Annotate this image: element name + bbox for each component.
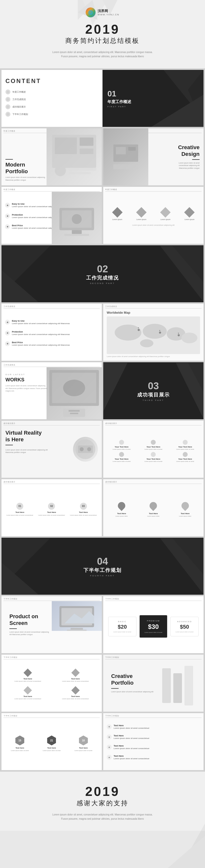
work-icon-3: ◉	[5, 341, 10, 346]
svg-rect-18	[113, 164, 138, 169]
proj-item-1: Your Text Here Lorem ipsum dolor sit ame…	[107, 440, 136, 450]
svg-marker-27	[1, 270, 38, 302]
pl-title-3: Text Here	[114, 745, 149, 747]
price-premium-label: PREMIUM	[147, 620, 160, 622]
content-item-label-3: 成功项目展示	[12, 105, 26, 108]
slide-project-info: 成功项目展示 Your Text Here Lorem ipsum dolor …	[103, 421, 204, 478]
balloon-shape-3	[180, 500, 191, 511]
proj-circle-3	[183, 440, 188, 445]
hex-shape-1: 15	[15, 736, 24, 745]
hex-3: 10 Text here Lorem ipsum dolor sit amet	[69, 736, 98, 751]
hex-title-2: Text here	[47, 747, 56, 749]
slide-content-inner: CONTENT ◯ 年度工作概述 ◯ 工作完成情况 ◯ 成功项目展示	[1, 70, 204, 127]
pl-desc-1: Lorem ipsum dolor sit amet consectetuer	[114, 727, 149, 730]
proj-title-2: Your Text Here	[146, 446, 161, 448]
hex-num-1: 15	[19, 739, 21, 742]
slide-label-cp: 下半年工作规划	[105, 656, 202, 659]
content-right-triangles	[102, 70, 204, 127]
content-dot-1: ◯	[5, 89, 10, 94]
price-basic: BASIC $20 Lorem ipsum dolor sit amet	[108, 617, 136, 636]
slide-shapes: 年度工作概述 Lorem ipsum Lorem ipsum Lorem ips…	[103, 187, 204, 244]
svg-marker-53	[172, 538, 204, 575]
steps-photo	[52, 192, 102, 244]
balloon-1: Text Here Lorem ipsum dolor	[107, 502, 136, 517]
hex-desc-2: Lorem ipsum dolor sit amet	[43, 750, 60, 751]
work-step-1: ◉ Easy to Use Lorem ipsum dolor sit amet…	[5, 320, 98, 325]
hex-title-3: Text here	[79, 747, 88, 749]
content-item-4: ◯ 下半年工作规划	[5, 112, 99, 117]
hex-cols: 15 Text here Lorem ipsum dolor sit amet …	[1, 713, 102, 770]
creative-text: CreativeDesign Lorem ipsum dolor sit ame…	[147, 144, 200, 169]
work-step-text-2: Protection Lorem ipsum dolor sit amet co…	[12, 331, 70, 336]
svg-point-34	[159, 332, 161, 334]
price-basic-num: $20	[117, 624, 127, 630]
creative-photo	[103, 128, 148, 185]
diamond-desc-1: Lorem ipsum dolor sit amet consectetuer	[14, 680, 41, 682]
worldmap-title: Worldwide Map	[107, 311, 200, 314]
slide-label-hex: 下半年工作规划	[3, 715, 100, 718]
pl-icon-1: ◈	[107, 724, 112, 729]
content-item-3: ◯ 成功项目展示	[5, 104, 99, 109]
slide-pricing: 下半年工作规划 BASIC $20 Lorem ipsum dolor sit …	[103, 596, 204, 653]
shape-item-1: Lorem ipsum	[112, 209, 122, 220]
slide-section3-dark: 03 成功项目展示 THIRD PART	[103, 362, 204, 419]
price-premium-desc: Lorem ipsum dolor sit amet	[144, 631, 162, 633]
latest-photo	[46, 367, 102, 419]
pl-icon-2: ◈	[107, 735, 112, 739]
work-desc-3: Lorem ipsum dolor sit amet consectetuer …	[12, 344, 70, 346]
proj-item-6: Your Text Here Lorem ipsum dolor sit ame…	[170, 452, 200, 462]
ach-desc-3: Lorem ipsum dolor sit amet consectetuer	[70, 514, 97, 516]
slide-label-diamonds: 下半年工作规划	[3, 656, 100, 659]
work-step-text-3: Best Price Lorem ipsum dolor sit amet co…	[12, 341, 70, 346]
content-dot-2: ◯	[5, 97, 10, 102]
worldmap-desc: Lorem ipsum dolor sit amet consectetuer …	[107, 355, 200, 357]
section3-sub: THIRD PART	[143, 399, 164, 401]
balloon-3: Text Here Lorem ipsum dolor	[170, 502, 200, 517]
shape-label-3: Lorem ipsum	[161, 219, 170, 220]
footer-section: 2019 感谢大家的支持 Lorem ipsum dolor sit amet,…	[0, 772, 205, 831]
diamond-item-3: Text here Lorem ipsum dolor sit amet con…	[5, 686, 51, 702]
cp-content: CreativePortfolio Lorem ipsum dolor sit …	[107, 667, 160, 700]
logo-sub-text: WWW.YANJ.CN	[98, 13, 119, 16]
product-content: Product onScreen Lorem ipsum dolor sit a…	[5, 607, 54, 642]
pl-icon-3: ◈	[107, 745, 112, 749]
slide-vr: 成功项目展示 Virtual Realityis Here Lorem ipsu…	[1, 421, 102, 478]
price-premium-num: $30	[148, 623, 159, 631]
ach-cols: 01 Text Here Lorem ipsum dolor sit amet …	[1, 479, 102, 536]
proj-desc-5: Lorem ipsum dolor sit amet	[144, 461, 162, 462]
slide-work-info: 工作完成情况 ◉ Easy to Use Lorem ipsum dolor s…	[1, 304, 102, 361]
svg-marker-26	[1, 246, 50, 294]
step-icon-1: ◉	[5, 203, 10, 208]
footer-title: 感谢大家的支持	[20, 799, 185, 808]
balloon-desc-1: Lorem ipsum dolor	[115, 516, 128, 517]
proj-item-3: Your Text Here Lorem ipsum dolor sit ame…	[170, 440, 200, 450]
shape-label-2: Lorem ipsum	[136, 219, 146, 220]
work-steps: ◉ Easy to Use Lorem ipsum dolor sit amet…	[1, 304, 102, 361]
slides-container: CONTENT ◯ 年度工作概述 ◯ 工作完成情况 ◯ 成功项目展示	[0, 68, 205, 772]
ach-title-1: Text Here	[15, 511, 24, 514]
svg-rect-43	[69, 410, 80, 412]
cp-line	[111, 688, 118, 689]
pl-title-2: Text Here	[114, 735, 149, 737]
svg-rect-63	[173, 673, 182, 703]
footer-desc-line2: Fusce posuere, magna sed pulvinar ultric…	[41, 817, 164, 821]
svg-rect-62	[162, 668, 171, 703]
footer-desc: Lorem ipsum dolor sit amet, consectetuer…	[41, 812, 164, 821]
slide-worldmap: 工作完成情况 Worldwide Map ▼ ▼ ▼	[103, 304, 204, 361]
svg-text:▼: ▼	[137, 327, 140, 329]
price-basic-label: BASIC	[118, 620, 127, 623]
svg-rect-14	[69, 172, 91, 174]
balloon-desc-3: Lorem ipsum dolor	[179, 516, 192, 517]
price-advanced-num: $50	[180, 624, 189, 630]
logo-icon: 🌐	[86, 7, 96, 17]
section2-sub: SECOND PART	[90, 282, 115, 284]
proj-title-5: Your Text Here	[146, 458, 161, 460]
ach-col-1: 01 Text Here Lorem ipsum dolor sit amet …	[5, 503, 35, 516]
slide-info-steps: 年度工作概述 ◉ Easy to Use Lorem ipsum dolor s…	[1, 187, 102, 244]
diamond-item-4: Text here Lorem ipsum dolor sit amet con…	[53, 686, 99, 702]
shape-item-2: Lorem ipsum	[136, 209, 146, 220]
step-icon-3: ◉	[5, 224, 10, 229]
diamond-shape-1	[24, 669, 32, 677]
diamond-desc-2: Lorem ipsum dolor sit amet consectetuer	[62, 680, 89, 682]
section4-num: 04	[97, 556, 108, 567]
